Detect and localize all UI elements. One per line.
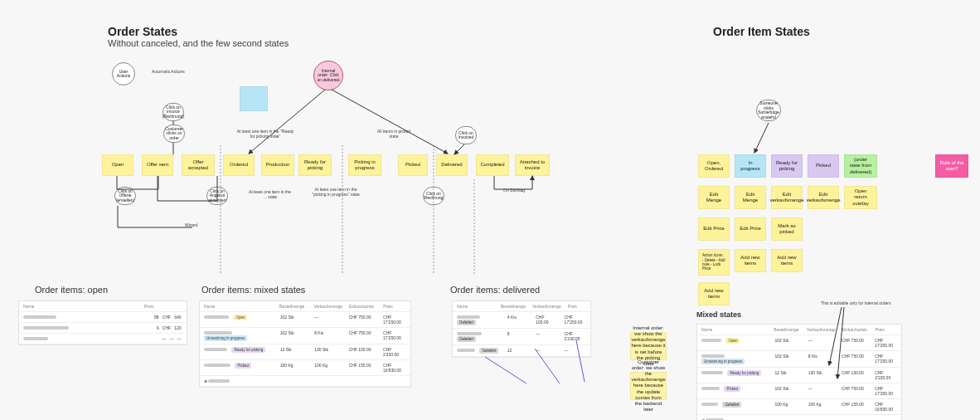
- mock-mixed-states-right: Name Bestellmenge Verkaufsmenge Einkaufs…: [696, 324, 902, 420]
- legend-user-actions: User Actions: [112, 62, 135, 85]
- action-customer-convert: Customer clicks on order: [163, 125, 185, 143]
- col-bestell: Bestellmenge: [279, 304, 307, 309]
- col-verkauf: Verkaufsmenge: [313, 304, 342, 309]
- cell-edit-menge-open: Edit Menge: [698, 186, 730, 209]
- cell-edit-verkaufsmenge-picked: Edit verkaufsmenge: [808, 186, 839, 209]
- item-state-open-ordered: Open, Ordered: [698, 154, 730, 178]
- col-name: Name: [204, 304, 273, 309]
- cell-edit-menge-progress: Edit Menge: [735, 186, 766, 209]
- mixed-editable-note: This is editable only for internal order…: [821, 300, 891, 305]
- col-preis: Preis: [876, 327, 897, 332]
- state-completed: Completed: [476, 154, 509, 176]
- table-row: — — —: [19, 334, 187, 344]
- state-picking-progress: Picking in progress: [348, 154, 381, 176]
- hint-one-ready: At least one item in the "Ready for pick…: [236, 129, 294, 139]
- table-row: Umsetzung in progress102 Stk8 KisCHF 750…: [697, 351, 901, 368]
- item-state-ready-picking: Ready for picking: [771, 154, 803, 178]
- col-einkauf: Einkaufspreis: [842, 327, 869, 332]
- mock-open-table: NamePreis 88 CHF 640 6 CHF 120 — — —: [18, 300, 187, 345]
- table-row: Geliefert100 Kg100 KgCHF 155.00CHF 16'83…: [697, 399, 901, 415]
- hint-one-picking: At least one item in the "picking in pro…: [311, 187, 361, 197]
- order-item-states-title: Order Item States: [713, 25, 810, 38]
- hint-on-stichtag: On Stichtag: [503, 188, 525, 193]
- table-row: Geliefert8—CHF 2'230.00: [453, 329, 590, 345]
- section-delivered-title: Order items: delivered: [450, 285, 540, 295]
- cell-edit-price-progress: Edit Price: [735, 217, 766, 241]
- section-mixed-title: Order items: mixed states: [201, 285, 305, 295]
- cell-open-return-overlay: Open return overlay: [844, 186, 877, 209]
- table-row: ⊕: [697, 415, 901, 420]
- note-internal-order: Internal order: we show the verkaufsmeng…: [630, 332, 667, 360]
- mixed-states-title: Mixed states: [696, 310, 741, 319]
- order-states-title: Order States: [108, 25, 177, 38]
- col-name: Name: [701, 327, 767, 332]
- hint-wizard: Wizard: [185, 222, 198, 227]
- table-row: Geliefert4 KisCHF 100.00CHF 17'250.00: [453, 312, 590, 329]
- table-row: ⊕: [200, 376, 410, 387]
- table-row: Picked102 Stk—CHF 750.00CHF 17'250.00: [697, 383, 901, 399]
- action-click-rechnung: Click on Rechnung: [423, 187, 444, 205]
- state-open: Open: [102, 154, 133, 176]
- svg-line-12: [754, 123, 769, 153]
- action-click-invoice: Click on invoice (Rechnung): [163, 103, 184, 121]
- col-bestell: Bestellmenge: [501, 304, 526, 309]
- svg-line-9: [485, 357, 526, 383]
- cell-add-new-progress: Add new items: [735, 249, 766, 272]
- state-offer-accepted: Offer accepted: [182, 154, 215, 176]
- table-row: Ready for picking12 Stk130 StkCHF 150.00…: [697, 368, 901, 383]
- note-customer-order: Customer order: we show the verkaufsmeng…: [630, 372, 667, 400]
- blue-sticky-note: [240, 86, 268, 111]
- table-row: Open102 Stk—CHF 750.00CHF 17'250.00: [697, 335, 901, 351]
- svg-line-5: [332, 90, 448, 154]
- section-open-title: Order items: open: [35, 285, 108, 295]
- mock-delivered-table: NameBestellmengeVerkaufsmengePreis Gelie…: [452, 300, 591, 358]
- col-verkauf: Verkaufsmenge: [807, 327, 836, 332]
- table-row: Picked100 Kg100 KgCHF 155.00CHF 16'830.0…: [200, 360, 410, 376]
- col-einkauf: Einkaufspreis: [349, 304, 376, 309]
- internal-order-delivered-circle: Internal order: Click on delivered: [313, 61, 343, 90]
- table-row: 6 CHF 120: [19, 323, 187, 334]
- state-offer-sent: Offer sent: [142, 154, 173, 176]
- legend-auto-actions: Automatic Actions: [152, 69, 185, 74]
- col-preis: Preis: [144, 304, 182, 309]
- mock-mixed-table: Name Bestellmenge Verkaufsmenge Einkaufs…: [199, 300, 411, 388]
- cell-add-new-open: Add new items: [698, 282, 730, 305]
- cell-mark-as-picked: Mark as picked: [771, 217, 803, 241]
- state-production: Production: [261, 154, 294, 176]
- col-verkauf: Verkaufsmenge: [532, 304, 561, 309]
- cell-add-new-ready: Add new items: [771, 249, 803, 272]
- table-row: Open102 Stk—CHF 750.00CHF 17'250.00: [200, 312, 410, 328]
- table-row: Umsetzung in progress102 Stk8 KisCHF 750…: [200, 328, 410, 344]
- action-click-offerte: Click on Offerte (erstellen): [114, 187, 136, 205]
- table-row: 88 CHF 640: [19, 312, 187, 323]
- action-click-production: Click on Angebot akzeptiert: [206, 187, 228, 205]
- svg-line-8: [454, 144, 464, 154]
- state-ready-picking: Ready for picking: [298, 154, 332, 176]
- item-state-picked: Picked: [808, 154, 839, 178]
- hint-all-picked: All items in picked state: [373, 129, 415, 139]
- hint-one-in-state: At least one item in the … state: [247, 189, 293, 199]
- state-attached-invoice: Attached to invoice: [515, 154, 550, 176]
- item-state-delivered-plus: (order state from delivered): [844, 154, 877, 178]
- col-preis: Preis: [568, 304, 586, 309]
- col-name: Name: [23, 304, 138, 309]
- left-connectors: [0, 0, 597, 282]
- col-preis: Preis: [383, 304, 406, 309]
- cell-edit-price-open: Edit Price: [698, 217, 730, 241]
- state-picked: Picked: [398, 154, 428, 176]
- order-states-subtitle: Without canceled, and the few second sta…: [108, 38, 289, 48]
- col-bestell: Bestellmenge: [774, 327, 800, 332]
- table-row: Geliefert12——: [453, 345, 590, 357]
- circle-sortierfolge: Someone clicks Sortierfolge anstehd: [756, 100, 781, 121]
- state-delivered: Delivered: [436, 154, 468, 176]
- state-ordered: Ordered: [223, 154, 255, 176]
- note-role-of-user: Role of the user?: [935, 154, 968, 178]
- col-name: Name: [457, 304, 494, 309]
- action-click-invoiced: Click on Invoiced: [455, 126, 477, 144]
- item-state-in-progress: In progress: [735, 154, 766, 178]
- table-row: Ready for picking12 Stk130 StkCHF 150.00…: [200, 344, 410, 360]
- cell-action-icons: Action icons: - Delete - Add note - Lock…: [698, 249, 730, 276]
- cell-edit-verkaufsmenge-ready: Edit verkaufsmenge: [771, 186, 803, 209]
